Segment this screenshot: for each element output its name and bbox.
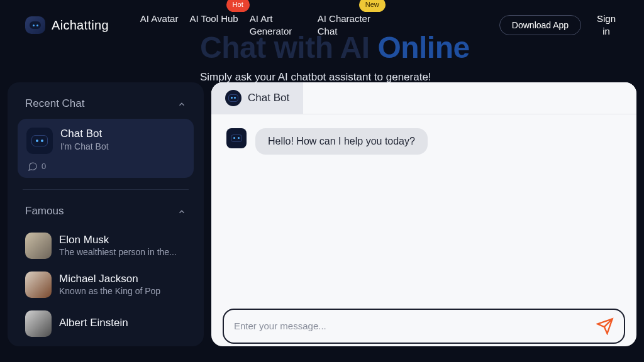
chevron-up-icon	[177, 207, 186, 216]
famous-desc: The wealthiest person in the...	[59, 247, 177, 257]
header-actions: Download App Sign in	[499, 13, 619, 38]
badge-new: New	[359, 0, 386, 12]
message-input[interactable]	[234, 321, 589, 331]
send-button[interactable]	[596, 317, 614, 335]
badge-hot: Hot	[226, 0, 250, 12]
famous-header[interactable]: Famous	[14, 201, 197, 226]
chat-tab-chat-bot[interactable]: Chat Bot	[211, 82, 303, 114]
famous-list: Elon Musk The wealthiest person in the..…	[14, 226, 197, 343]
avatar	[25, 233, 52, 259]
nav-label: AI Character Chat	[318, 13, 370, 36]
nav-label: AI Avatar	[140, 13, 179, 24]
bot-avatar	[225, 90, 242, 106]
sign-in-link[interactable]: Sign in	[594, 13, 619, 38]
famous-name: Elon Musk	[59, 234, 177, 246]
avatar	[25, 272, 52, 298]
send-icon	[596, 317, 614, 335]
bot-icon	[31, 135, 48, 146]
main-panels: Recent Chat Chat Bot I'm Chat Bot 0	[0, 82, 644, 346]
divider	[23, 189, 189, 190]
brand-name: Aichatting	[52, 18, 109, 33]
composer-box	[223, 309, 625, 344]
chat-tab-label: Chat Bot	[248, 92, 289, 104]
bot-avatar	[26, 128, 53, 154]
chat-message: Hello! How can I help you today?	[226, 128, 621, 155]
famous-heading: Famous	[25, 205, 64, 217]
download-app-button[interactable]: Download App	[499, 15, 581, 35]
bot-icon	[231, 134, 242, 142]
hero-subtitle: Simply ask your AI chatbot assistant to …	[200, 71, 470, 84]
recent-chat-card[interactable]: Chat Bot I'm Chat Bot 0	[18, 119, 194, 178]
header: Aichatting AI Avatar Hot AI Tool Hub AI …	[0, 0, 644, 51]
chat-panel: Chat Bot Hello! How can I help you today…	[211, 82, 636, 346]
nav-label: AI Tool Hub	[189, 13, 238, 24]
chevron-up-icon	[177, 99, 186, 108]
famous-item-elon-musk[interactable]: Elon Musk The wealthiest person in the..…	[18, 226, 194, 265]
chat-bubble-icon	[28, 162, 38, 172]
bot-avatar	[226, 128, 247, 148]
nav-item-ai-character-chat[interactable]: New AI Character Chat	[318, 13, 374, 38]
famous-item-michael-jackson[interactable]: Michael Jackson Known as the King of Pop	[18, 265, 194, 304]
composer	[211, 300, 636, 346]
logo[interactable]: Aichatting	[25, 16, 109, 34]
recent-chat-subtitle: I'm Chat Bot	[60, 141, 109, 151]
recent-chat-title: Chat Bot	[60, 128, 109, 140]
bot-icon	[25, 16, 45, 34]
sidebar: Recent Chat Chat Bot I'm Chat Bot 0	[8, 82, 204, 346]
recent-chat-count: 0	[42, 162, 46, 171]
avatar	[25, 310, 52, 337]
nav-item-ai-art-generator[interactable]: AI Art Generator	[250, 13, 306, 38]
nav-item-ai-avatar[interactable]: AI Avatar	[140, 13, 179, 25]
famous-name: Albert Einstein	[59, 317, 128, 329]
chat-tabbar: Chat Bot	[211, 82, 636, 114]
recent-chat-meta: 0	[26, 162, 185, 172]
recent-chat-heading: Recent Chat	[25, 97, 85, 110]
famous-item-albert-einstein[interactable]: Albert Einstein	[18, 304, 194, 343]
famous-desc: Known as the King of Pop	[59, 286, 160, 296]
nav-item-ai-tool-hub[interactable]: Hot AI Tool Hub	[189, 13, 238, 25]
famous-name: Michael Jackson	[59, 273, 160, 285]
recent-chat-header[interactable]: Recent Chat	[14, 94, 197, 119]
bot-icon	[228, 94, 238, 102]
nav-label: AI Art Generator	[250, 13, 292, 36]
chat-messages: Hello! How can I help you today?	[211, 114, 636, 300]
message-bubble: Hello! How can I help you today?	[255, 128, 428, 155]
nav: AI Avatar Hot AI Tool Hub AI Art Generat…	[140, 13, 487, 38]
